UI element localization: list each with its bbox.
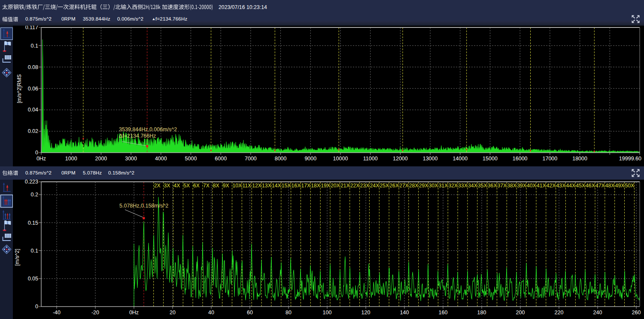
svg-text:100: 100 <box>323 310 332 316</box>
svg-text:140: 140 <box>400 310 409 316</box>
svg-text:16000: 16000 <box>513 156 528 162</box>
svg-text:8000: 8000 <box>275 156 287 162</box>
svg-text:0.1: 0.1 <box>31 43 38 49</box>
svg-text:2X: 2X <box>154 183 161 189</box>
svg-text:15X: 15X <box>282 183 291 189</box>
svg-text:12X: 12X <box>252 183 261 189</box>
svg-text:5.078Hz,0.158m/s^2: 5.078Hz,0.158m/s^2 <box>119 203 168 209</box>
svg-text:13000: 13000 <box>423 156 438 162</box>
svg-text:22X: 22X <box>350 183 360 189</box>
svg-text:120: 120 <box>361 310 371 316</box>
svg-text:1000: 1000 <box>65 156 77 162</box>
svg-text:48X: 48X <box>605 183 615 189</box>
svg-text:5000: 5000 <box>185 156 197 162</box>
svg-text:20X: 20X <box>331 183 340 189</box>
svg-text:14000: 14000 <box>453 156 468 162</box>
svg-text:0Hz: 0Hz <box>129 310 139 316</box>
svg-text:40: 40 <box>208 310 214 316</box>
svg-text:41X: 41X <box>537 183 546 189</box>
svg-text:17X: 17X <box>301 183 311 189</box>
svg-text:0: 0 <box>35 304 38 310</box>
svg-text:33X: 33X <box>458 183 468 189</box>
svg-text:40X: 40X <box>527 183 536 189</box>
svg-text:16X: 16X <box>292 183 301 189</box>
svg-text:0.223: 0.223 <box>25 180 38 185</box>
svg-text:46X: 46X <box>586 183 595 189</box>
svg-text:0.06: 0.06 <box>28 86 38 92</box>
svg-text:0.05: 0.05 <box>28 276 38 282</box>
svg-text:8X: 8X <box>213 183 219 189</box>
svg-text:0.1: 0.1 <box>31 248 38 254</box>
svg-text:13X: 13X <box>262 183 271 189</box>
svg-text:18X: 18X <box>311 183 320 189</box>
svg-text:9000: 9000 <box>304 156 316 162</box>
svg-text:30X: 30X <box>429 183 438 189</box>
svg-text:5X: 5X <box>183 183 190 189</box>
svg-text:0.02: 0.02 <box>28 128 38 134</box>
svg-text:7X: 7X <box>203 183 210 189</box>
svg-text:7000: 7000 <box>245 156 257 162</box>
svg-text:0.04: 0.04 <box>28 107 38 113</box>
svg-text:-20: -20 <box>91 310 99 316</box>
svg-text:0Hz: 0Hz <box>36 156 46 162</box>
svg-text:21X: 21X <box>340 183 350 189</box>
svg-text:42X: 42X <box>547 183 556 189</box>
svg-text:[m/s^2]: [m/s^2] <box>14 249 20 266</box>
svg-text:32X: 32X <box>448 183 458 189</box>
svg-text:3000: 3000 <box>125 156 137 162</box>
svg-text:43X: 43X <box>556 183 566 189</box>
svg-text:11000: 11000 <box>363 156 378 162</box>
svg-text:47X: 47X <box>595 183 605 189</box>
svg-text:9X: 9X <box>223 183 229 189</box>
svg-text:180: 180 <box>477 310 486 316</box>
svg-text:19999.60: 19999.60 <box>619 156 641 162</box>
svg-text:49X: 49X <box>615 183 625 189</box>
svg-text:160: 160 <box>439 310 448 316</box>
svg-text:34X: 34X <box>468 183 477 189</box>
svg-text:220: 220 <box>555 310 564 316</box>
svg-text:39X: 39X <box>517 183 526 189</box>
svg-text:Δf=2134.766Hz: Δf=2134.766Hz <box>119 133 156 139</box>
svg-text:80: 80 <box>286 310 292 316</box>
svg-text:20: 20 <box>170 310 176 316</box>
svg-text:11X: 11X <box>242 183 251 189</box>
svg-text:6000: 6000 <box>215 156 227 162</box>
svg-text:29X: 29X <box>419 183 428 189</box>
svg-text:36X: 36X <box>488 183 497 189</box>
svg-text:10X: 10X <box>233 183 242 189</box>
svg-text:6X: 6X <box>193 183 200 189</box>
svg-text:0: 0 <box>35 150 38 156</box>
svg-text:44X: 44X <box>566 183 575 189</box>
svg-text:3539.844Hz,0.006m/s^2: 3539.844Hz,0.006m/s^2 <box>119 126 177 132</box>
svg-text:[m/s^2]RMS: [m/s^2]RMS <box>16 74 22 103</box>
svg-text:10000: 10000 <box>333 156 348 162</box>
svg-text:12000: 12000 <box>393 156 408 162</box>
svg-text:31X: 31X <box>438 183 448 189</box>
svg-text:23X: 23X <box>360 183 370 189</box>
svg-text:4X: 4X <box>173 183 180 189</box>
svg-text:38X: 38X <box>507 183 516 189</box>
svg-text:200: 200 <box>516 310 525 316</box>
svg-text:50X: 50X <box>625 183 635 189</box>
svg-text:19X: 19X <box>321 183 330 189</box>
svg-text:14X: 14X <box>272 183 281 189</box>
svg-text:2023/07/16 10:23:14: 2023/07/16 10:23:14 <box>219 4 267 10</box>
svg-text:0.08: 0.08 <box>28 64 38 70</box>
svg-text:24X: 24X <box>370 183 379 189</box>
svg-text:37X: 37X <box>498 183 507 189</box>
svg-text:45X: 45X <box>576 183 585 189</box>
svg-text:0.2: 0.2 <box>31 192 38 198</box>
svg-text:0.15: 0.15 <box>28 220 38 226</box>
svg-text:25X: 25X <box>380 183 389 189</box>
svg-text:60: 60 <box>247 310 253 316</box>
svg-text:0.117: 0.117 <box>25 26 38 30</box>
svg-text:4000: 4000 <box>155 156 167 162</box>
svg-text:-40: -40 <box>53 310 61 316</box>
svg-text:27X: 27X <box>399 183 409 189</box>
svg-text:260: 260 <box>632 310 641 316</box>
svg-text:28X: 28X <box>409 183 419 189</box>
svg-text:3X: 3X <box>164 183 170 189</box>
svg-text:18000: 18000 <box>572 156 587 162</box>
svg-text:2000: 2000 <box>95 156 107 162</box>
svg-text:35X: 35X <box>478 183 487 189</box>
